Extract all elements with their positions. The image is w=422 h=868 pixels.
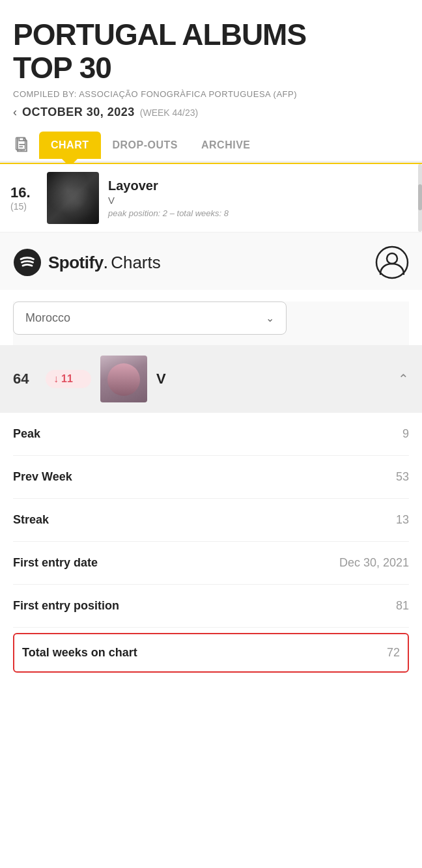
entry-artist: V — [108, 195, 412, 206]
stats-table: Peak 9 Prev Week 53 Streak 13 First entr… — [0, 413, 422, 673]
track-rank: 64 — [13, 371, 36, 387]
stats-streak-row: Streak 13 — [13, 499, 409, 542]
peak-value: 9 — [402, 427, 409, 441]
entry-album-art — [47, 172, 99, 224]
chart-date: OCTOBER 30, 2023 — [22, 105, 135, 119]
peak-label: Peak — [13, 427, 40, 441]
total-weeks-label: Total weeks on chart — [22, 646, 137, 660]
region-label: Morocco — [25, 311, 70, 325]
spotify-charts-text: Charts — [111, 253, 161, 273]
first-entry-date-value: Dec 30, 2021 — [339, 556, 409, 570]
chart-title: PORTUGAL ALBUMS TOP 30 — [13, 18, 409, 84]
svg-point-3 — [14, 249, 40, 275]
spotify-logo: Spotify . Charts — [13, 248, 161, 277]
track-artist: V — [156, 371, 389, 387]
entry-rank: 16. (15) — [10, 184, 47, 212]
prev-week-label: Prev Week — [13, 470, 72, 484]
spotify-icon — [13, 248, 42, 277]
stats-peak-row: Peak 9 — [13, 413, 409, 456]
down-arrow-icon: ↓ — [53, 373, 59, 385]
region-dropdown[interactable]: Morocco ⌄ — [13, 301, 287, 335]
chart-entry-row: 16. (15) Layover V peak position: 2 – to… — [0, 163, 422, 232]
page-header: PORTUGAL ALBUMS TOP 30 COMPILED BY: ASSO… — [0, 0, 422, 130]
entry-info: Layover V peak position: 2 – total weeks… — [108, 178, 412, 218]
first-entry-pos-label: First entry position — [13, 599, 119, 613]
track-row: 64 ↓ 11 V ⌃ — [13, 345, 409, 413]
spotify-header: Spotify . Charts — [13, 245, 409, 279]
date-navigation: ‹ OCTOBER 30, 2023 (WEEK 44/23) — [13, 105, 409, 119]
streak-value: 13 — [396, 513, 409, 527]
stats-total-weeks-row: Total weeks on chart 72 — [13, 633, 409, 673]
stats-prev-week-row: Prev Week 53 — [13, 456, 409, 499]
stats-first-entry-date-row: First entry date Dec 30, 2021 — [13, 542, 409, 585]
tab-chart[interactable]: CHART — [39, 132, 101, 159]
scroll-thumb[interactable] — [418, 184, 422, 210]
tab-archive[interactable]: ARCHIVE — [190, 132, 262, 159]
stats-first-entry-pos-row: First entry position 81 — [13, 585, 409, 628]
spotify-section: Spotify . Charts — [0, 232, 422, 290]
svg-point-5 — [387, 253, 397, 264]
track-change-badge: ↓ 11 — [46, 370, 91, 388]
track-album-art — [100, 356, 147, 402]
prev-date-arrow[interactable]: ‹ — [13, 105, 17, 119]
pdf-icon: PDF — [13, 136, 31, 154]
account-icon[interactable] — [375, 245, 409, 279]
region-selector: Morocco ⌄ — [13, 301, 409, 345]
track-detail: 64 ↓ 11 V ⌃ — [0, 345, 422, 413]
first-entry-date-label: First entry date — [13, 556, 98, 570]
tab-bar: PDF CHART DROP-OUTS ARCHIVE — [0, 130, 422, 163]
tab-dropouts[interactable]: DROP-OUTS — [101, 132, 190, 159]
total-weeks-value: 72 — [387, 646, 400, 660]
track-change-num: 11 — [61, 373, 73, 385]
spotify-wordmark: Spotify — [48, 253, 104, 273]
scroll-bar[interactable] — [418, 164, 422, 232]
entry-meta: peak position: 2 – total weeks: 8 — [108, 208, 412, 218]
chevron-down-icon: ⌄ — [266, 312, 274, 324]
tab-pdf[interactable]: PDF — [13, 130, 39, 161]
svg-text:PDF: PDF — [18, 149, 24, 152]
prev-week-value: 53 — [396, 470, 409, 484]
entry-album-title: Layover — [108, 178, 412, 193]
week-label: (WEEK 44/23) — [140, 107, 198, 118]
compiled-by: COMPILED BY: ASSOCIAÇÃO FONOGRÀFICA PORT… — [13, 89, 409, 99]
collapse-icon[interactable]: ⌃ — [398, 371, 409, 387]
streak-label: Streak — [13, 513, 49, 527]
first-entry-pos-value: 81 — [396, 599, 409, 613]
